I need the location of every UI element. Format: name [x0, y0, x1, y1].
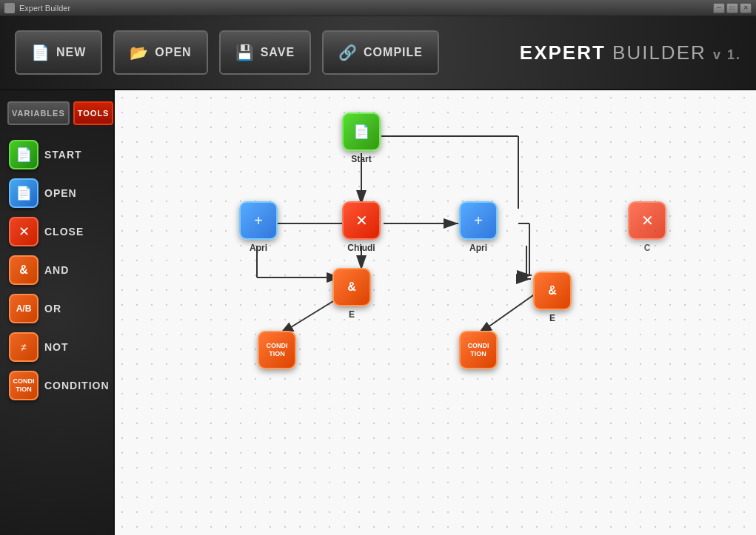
chiudi-node-label: Chiudi [347, 243, 375, 253]
app-title-expert: EXPERT [520, 41, 612, 64]
condition-label: CONDITION [44, 380, 110, 391]
node-apri1[interactable]: + Apri [239, 201, 278, 253]
title-bar: Expert Builder ─ □ ✕ [0, 0, 756, 16]
tab-tools[interactable]: TOOLS [73, 101, 114, 125]
save-icon: 💾 [235, 44, 255, 61]
close-label: CLOSE [44, 226, 84, 238]
open-icon: 📄 [9, 178, 39, 208]
node-cond2[interactable]: CONDITION [459, 331, 498, 369]
and-icon: & [9, 255, 39, 285]
node-chiudi[interactable]: ✕ Chiudi [342, 201, 381, 253]
chiudi-node-icon: ✕ [342, 201, 381, 240]
apri2-node-label: Apri [469, 243, 487, 253]
start-node-icon: 📄 [342, 112, 381, 151]
svg-line-15 [478, 290, 541, 334]
condition-icon: CONDITION [9, 371, 39, 400]
node-partial-right[interactable]: ✕ C [628, 201, 666, 253]
tab-variables[interactable]: VARIABLES [7, 101, 70, 125]
node-start[interactable]: 📄 Start [342, 112, 381, 164]
save-button[interactable]: 💾 SAVE [219, 30, 311, 75]
app-version: v 1. [713, 47, 741, 62]
open-icon: 📂 [130, 44, 149, 61]
sidebar: VARIABLES TOOLS 📄 START 📄 OPEN ✕ CLOS [0, 90, 115, 535]
new-icon: 📄 [31, 44, 50, 61]
compile-label: COMPILE [364, 46, 423, 59]
node-apri2[interactable]: + Apri [459, 201, 498, 253]
cond2-node-icon: CONDITION [459, 331, 498, 369]
e1-node-label: E [349, 309, 355, 320]
partial-node-label: C [644, 243, 651, 253]
apri2-node-icon: + [459, 201, 498, 240]
sidebar-item-condition[interactable]: CONDITION CONDITION [7, 369, 106, 402]
app-title: EXPERT BUILDER v 1. [520, 41, 741, 64]
app-icon [4, 3, 15, 13]
node-e1[interactable]: & E [332, 268, 371, 320]
close-icon: ✕ [9, 217, 39, 246]
or-label: OR [44, 303, 61, 314]
start-icon: 📄 [9, 140, 39, 169]
save-label: SAVE [261, 46, 295, 59]
canvas[interactable]: 📄 Start ✕ Chiudi + Apri + Apri [115, 90, 756, 535]
main-area: VARIABLES TOOLS 📄 START 📄 OPEN ✕ CLOS [0, 90, 756, 535]
sidebar-item-open[interactable]: 📄 OPEN [7, 177, 106, 209]
toolbar: 📄 NEW 📂 OPEN 💾 SAVE 🔗 COMPILE EXPERT BUI… [0, 16, 756, 90]
apri1-node-label: Apri [250, 243, 267, 253]
e2-node-icon: & [533, 272, 572, 310]
sidebar-tabs: VARIABLES TOOLS [7, 101, 106, 125]
close-button[interactable]: ✕ [740, 3, 752, 13]
sidebar-item-close[interactable]: ✕ CLOSE [7, 215, 106, 248]
sidebar-item-or[interactable]: A/B OR [7, 292, 106, 325]
apri1-node-icon: + [239, 201, 278, 240]
sidebar-item-not[interactable]: ≠ NOT [7, 331, 106, 363]
e1-node-icon: & [332, 268, 371, 306]
maximize-button[interactable]: □ [726, 3, 738, 13]
and-label: AND [44, 264, 69, 276]
title-bar-controls[interactable]: ─ □ ✕ [713, 3, 752, 13]
open-button[interactable]: 📂 OPEN [113, 30, 207, 75]
minimize-button[interactable]: ─ [713, 3, 725, 13]
start-label: START [44, 149, 82, 161]
flow-arrows [115, 90, 756, 535]
node-cond1[interactable]: CONDITION [258, 331, 296, 369]
app-title-builder: BUILDER [612, 41, 713, 64]
open-label: OPEN [44, 187, 77, 199]
new-button[interactable]: 📄 NEW [15, 30, 102, 75]
partial-node-icon: ✕ [628, 201, 666, 240]
open-label: OPEN [155, 46, 191, 59]
compile-button[interactable]: 🔗 COMPILE [322, 30, 439, 75]
cond1-node-icon: CONDITION [258, 331, 296, 369]
sidebar-item-start[interactable]: 📄 START [7, 138, 106, 171]
or-icon: A/B [9, 294, 39, 323]
not-label: NOT [44, 341, 69, 353]
new-label: NEW [56, 46, 86, 59]
title-bar-text: Expert Builder [19, 4, 713, 13]
node-e2[interactable]: & E [533, 272, 572, 323]
sidebar-item-and[interactable]: & AND [7, 254, 106, 286]
not-icon: ≠ [9, 332, 39, 362]
start-node-label: Start [351, 154, 371, 164]
e2-node-label: E [549, 313, 555, 323]
compile-icon: 🔗 [338, 44, 358, 61]
